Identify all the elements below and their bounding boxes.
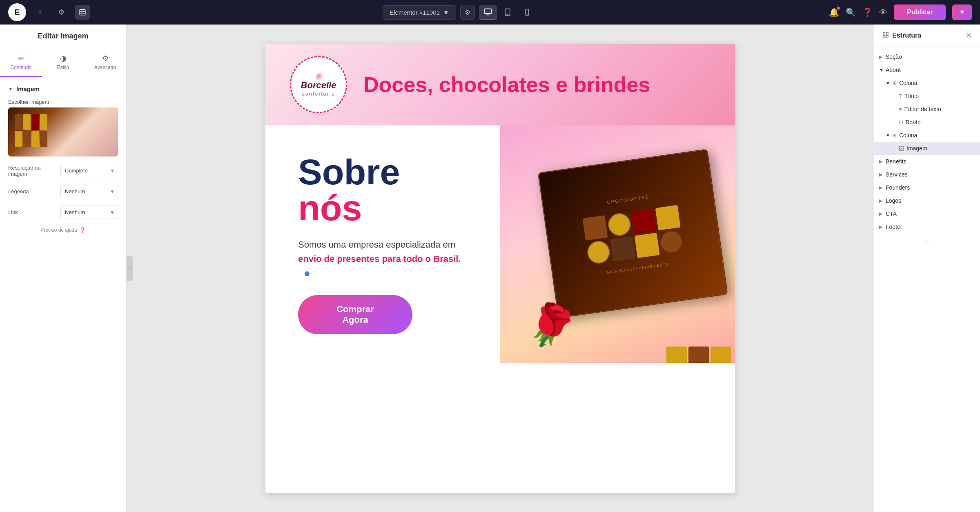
tree-arrow-icon: ▼	[886, 80, 892, 85]
right-panel-header: Estrutura ✕	[874, 25, 980, 47]
tree-item[interactable]: ▶Seção	[874, 50, 980, 63]
tree-node-icon: ⊞	[892, 132, 897, 139]
chevron-icon: ▼	[443, 9, 449, 16]
layers-toggle-button[interactable]	[75, 5, 90, 20]
elementor-logo[interactable]: E	[8, 3, 26, 21]
tree-node-icon: ⊡	[899, 119, 903, 125]
tree-item[interactable]: 🖼Imagem	[874, 142, 980, 155]
about-desc-highlight: envio de presentes para todo o Brasil.	[298, 254, 461, 264]
publish-dropdown-button[interactable]: ▼	[952, 4, 972, 20]
more-options-button[interactable]: ...	[874, 233, 980, 247]
tree-item[interactable]: ▼⊞Coluna	[874, 129, 980, 142]
tree-item[interactable]: ▶Benefits	[874, 155, 980, 168]
tab-content[interactable]: ✏ Conteúdo	[0, 48, 42, 77]
dot-indicator	[305, 271, 310, 276]
preview-icon[interactable]: 👁	[879, 8, 887, 17]
tree-node-label: Botão	[906, 119, 975, 125]
site-header: 🌸 Borcelle confeitaria Doces, chocolates…	[265, 44, 735, 125]
about-title-line2: nós	[298, 188, 362, 228]
topbar-center: Elementor #11001 ▼ ⚙	[383, 5, 536, 20]
about-title: Sobre nós	[298, 154, 468, 226]
svg-rect-10	[883, 32, 885, 34]
notifications-icon[interactable]: 🔔	[829, 7, 839, 17]
page-settings-button[interactable]: ⚙	[460, 5, 475, 20]
site-logo: 🌸 Borcelle confeitaria	[290, 56, 347, 113]
advanced-tab-icon: ⚙	[102, 54, 109, 63]
panel-tabs: ✏ Conteúdo ◑ Estilo ⚙ Avançado	[0, 48, 126, 77]
tree-node-label: Imagem	[906, 145, 975, 152]
choc-cell-2	[23, 114, 31, 130]
tab-advanced[interactable]: ⚙ Avançado	[84, 48, 126, 77]
tree-node-label: About	[886, 67, 975, 73]
tree-node-label: Coluna	[899, 132, 975, 139]
tree-node-label: Logos	[886, 197, 975, 204]
tree-node-icon: T	[899, 93, 902, 99]
tree-item[interactable]: TTítulo	[874, 89, 980, 103]
link-select[interactable]: Nenhum	[60, 206, 118, 219]
link-row: Link Nenhum ▼	[8, 206, 118, 219]
tree-item[interactable]: ▶Footer	[874, 220, 980, 233]
tree-item[interactable]: ▼About	[874, 63, 980, 76]
caption-row: Legenda Nenhum ▼	[8, 185, 118, 198]
tree-item[interactable]: ▶Founders	[874, 181, 980, 194]
structure-tree: ▶Seção▼About▼⊞ColunaTTítulo≡Editor de te…	[874, 47, 980, 512]
tree-arrow-icon: ▶	[879, 54, 886, 60]
choc-cell-7	[31, 131, 39, 147]
tree-item[interactable]: ≡Editor de texto	[874, 103, 980, 116]
right-panel: Estrutura ✕ ▶Seção▼About▼⊞ColunaTTítulo≡…	[874, 25, 980, 512]
about-title-line1: Sobre	[298, 152, 400, 192]
help-icon[interactable]: ❓	[862, 7, 873, 17]
tree-node-label: Services	[886, 171, 975, 178]
buy-now-button[interactable]: Comprar Agora	[298, 295, 412, 334]
topbar-left: E + ⚙	[8, 3, 90, 21]
section-collapse-arrow[interactable]: ▼	[8, 86, 13, 92]
page-title-button[interactable]: Elementor #11001 ▼	[383, 5, 456, 20]
svg-rect-13	[886, 35, 888, 37]
tree-item[interactable]: ⊡Botão	[874, 116, 980, 129]
tree-arrow-icon: ▶	[879, 211, 886, 217]
panel-title: Editar Imagem	[0, 25, 126, 48]
tree-arrow-icon: ▼	[886, 133, 892, 138]
tab-style[interactable]: ◑ Estilo	[42, 48, 84, 77]
tree-node-icon: 🖼	[899, 145, 904, 152]
caption-select[interactable]: Nenhum	[60, 185, 118, 198]
choose-image-group: Escolher imagem	[8, 99, 118, 157]
tree-item[interactable]: ▶CTA	[874, 207, 980, 220]
desktop-view-button[interactable]	[479, 5, 497, 20]
caption-group: Legenda Nenhum ▼	[8, 185, 118, 198]
link-group: Link Nenhum ▼	[8, 206, 118, 219]
help-text[interactable]: Preciso de ajuda ❓	[8, 227, 118, 233]
image-preview-inner	[8, 107, 118, 157]
add-element-button[interactable]: +	[33, 5, 47, 20]
help-circle-icon: ❓	[80, 227, 86, 233]
choc-cell-1	[15, 114, 22, 130]
tree-item[interactable]: ▶Services	[874, 168, 980, 181]
tree-item[interactable]: ▶Logos	[874, 194, 980, 207]
caption-label: Legenda	[8, 188, 57, 195]
mobile-view-button[interactable]	[518, 5, 536, 20]
resolution-row: Resolução da imagem Completo ▼	[8, 164, 118, 177]
logo-flower-icon: 🌸	[301, 72, 336, 80]
tablet-view-button[interactable]	[499, 5, 517, 20]
tree-node-icon: ≡	[899, 106, 902, 112]
search-icon[interactable]: 🔍	[846, 7, 856, 17]
tree-node-label: Founders	[886, 184, 975, 191]
tree-arrow-icon: ▼	[879, 67, 886, 72]
structure-panel-title: Estrutura	[882, 31, 921, 40]
image-preview[interactable]	[8, 107, 118, 157]
link-select-wrap: Nenhum ▼	[60, 206, 118, 219]
notification-dot	[837, 7, 840, 10]
settings-toggle-button[interactable]: ⚙	[54, 5, 69, 20]
close-panel-button[interactable]: ✕	[966, 31, 972, 40]
tree-node-label: Título	[904, 93, 975, 99]
chocolate-box-preview	[15, 114, 47, 147]
choc-pieces	[666, 347, 731, 363]
svg-rect-12	[883, 35, 885, 37]
about-right-column: CHOCOLATTES	[500, 125, 735, 363]
about-desc-link[interactable]: envio de presentes para todo o Brasil.	[298, 254, 461, 264]
publish-button[interactable]: Publicar	[894, 4, 946, 20]
collapse-panel-handle[interactable]: ‹	[127, 256, 133, 281]
resolution-select[interactable]: Completo	[60, 164, 118, 177]
tree-node-label: Seção	[886, 54, 975, 60]
tree-item[interactable]: ▼⊞Coluna	[874, 76, 980, 89]
